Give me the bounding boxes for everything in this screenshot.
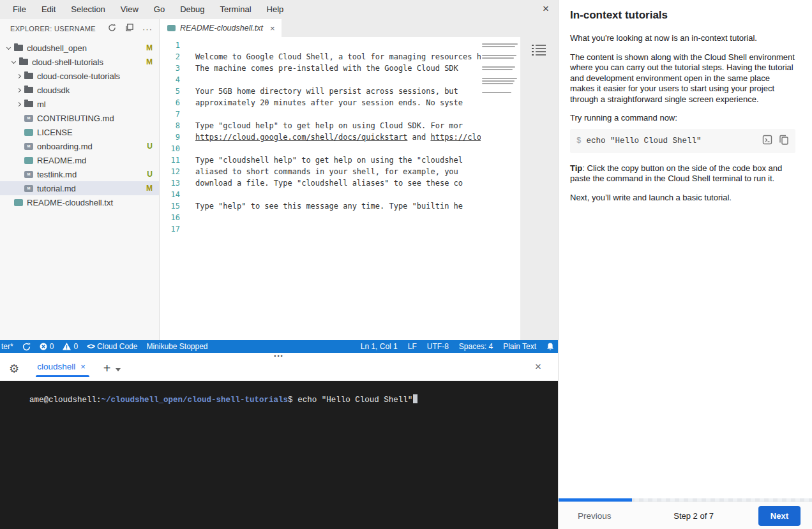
folder-icon [19,59,28,65]
cloud-code-status[interactable]: <> Cloud Code [87,342,137,351]
outline-menu-icon[interactable] [532,43,558,59]
tree-item-label: testlink.md [37,170,143,179]
menu-selection[interactable]: Selection [63,0,112,19]
menu-file[interactable]: File [5,0,34,19]
chevron-right-icon[interactable] [14,103,23,106]
tree-item-label: onboarding.md [37,142,143,151]
cloud-shell-editor: FileEditSelectionViewGoDebugTerminalHelp… [0,0,812,529]
chevron-right-icon[interactable] [14,89,23,92]
code-line: 5Your 5GB home directory will persist ac… [160,86,520,97]
terminal-settings-gear-icon[interactable]: ⚙ [9,363,19,375]
sync-icon[interactable] [22,343,31,351]
file-icon: M [24,115,33,122]
line-number: 6 [160,97,195,108]
indentation-indicator[interactable]: Spaces: 4 [459,342,493,351]
warnings-indicator[interactable]: 0 [63,342,78,351]
tree-item-readme-cloudshell-txt[interactable]: README-cloudshell.txt [0,195,159,209]
line-number: 2 [160,51,195,63]
tree-item-license[interactable]: LICENSE [0,125,159,139]
tree-item-label: cloud-shell-tutorials [32,57,142,67]
file-icon [24,157,33,164]
file-icon: M [24,185,33,192]
code-line: 7 [160,108,520,120]
errors-indicator[interactable]: 0 [40,342,54,351]
more-actions-icon[interactable]: ··· [142,24,153,34]
tree-item-tutorial-md[interactable]: Mtutorial.mdM [0,181,159,195]
eol-indicator[interactable]: LF [408,342,417,351]
tree-item-readme-md[interactable]: README.md [0,153,159,167]
tutorial-content: In-context tutorials What you're looking… [559,0,812,498]
terminal[interactable]: ame@cloudshell:~/cloudshell_open/cloud-s… [0,381,558,529]
folder-icon [14,45,23,51]
terminal-tab-close-icon[interactable]: × [80,362,86,371]
code-line: 14 [160,189,520,200]
editor-right-strip [520,37,558,340]
refresh-icon[interactable] [108,23,116,34]
chevron-down-icon[interactable] [9,61,18,63]
minikube-status[interactable]: Minikube Stopped [146,342,207,351]
tree-item-cloud-shell-tutorials[interactable]: cloud-shell-tutorialsM [0,55,159,69]
tree-item-onboarding-md[interactable]: Monboarding.mdU [0,139,159,153]
encoding-indicator[interactable]: UTF-8 [427,342,449,351]
tree-item-testlink-md[interactable]: Mtestlink.mdU [0,167,159,181]
menu-terminal[interactable]: Terminal [212,0,259,19]
line-text: aliased to short commands in your shell,… [195,166,458,177]
line-number: 16 [160,212,195,223]
terminal-dropdown-caret-icon[interactable] [116,368,121,371]
git-status-badge: U [147,170,153,179]
panel-splitter-handle[interactable]: ••• [274,354,283,359]
menu-view[interactable]: View [113,0,146,19]
terminal-panel-header: ••• ⚙ cloudshell × + × [0,353,558,381]
tree-item-label: tutorial.md [37,184,142,193]
new-terminal-button[interactable]: + [103,361,111,376]
tree-item-ml[interactable]: ml [0,97,159,111]
line-number: 1 [160,40,195,51]
tab-close-icon[interactable]: × [270,24,275,33]
next-button[interactable]: Next [758,506,801,526]
copy-icon[interactable] [779,135,789,147]
chevron-right-icon[interactable] [14,75,23,78]
error-icon [40,343,47,350]
active-tab-underline [36,375,89,377]
tree-item-cloud-console-tutorials[interactable]: cloud-console-tutorials [0,69,159,83]
menu-go[interactable]: Go [146,0,172,19]
file-icon: M [24,171,33,178]
terminal-tab-cloudshell[interactable]: cloudshell × [36,361,89,377]
file-tree: cloudshell_openMcloud-shell-tutorialsMcl… [0,38,159,209]
terminal-panel-close-icon[interactable]: × [535,361,541,373]
code-brackets-icon: <> [87,342,94,351]
menu-debug[interactable]: Debug [172,0,212,19]
window-close-icon[interactable]: × [543,3,549,15]
explorer-header: EXPLORER: USERNAME ··· [0,19,159,38]
line-number: 14 [160,189,195,200]
tree-item-cloudsdk[interactable]: cloudsdk [0,83,159,97]
previous-button[interactable]: Previous [578,511,612,521]
line-number: 13 [160,177,195,189]
notifications-bell-icon[interactable] [546,343,554,351]
minimap[interactable] [481,38,520,147]
menu-help[interactable]: Help [259,0,292,19]
editor-body[interactable]: 12Welcome to Google Cloud Shell, a tool … [160,37,558,340]
tree-item-contributing-md[interactable]: MCONTRIBUTING.md [0,111,159,125]
menu-edit[interactable]: Edit [34,0,63,19]
collapse-all-icon[interactable] [125,23,133,34]
chevron-down-icon[interactable] [4,47,13,49]
code-line: 2Welcome to Google Cloud Shell, a tool f… [160,51,520,63]
code-line: 8Type "gcloud help" to get help on using… [160,120,520,131]
git-branch[interactable]: ter* [1,342,13,351]
tree-item-cloudshell-open[interactable]: cloudshell_openM [0,41,159,55]
cursor-position[interactable]: Ln 1, Col 1 [361,342,398,351]
tutorial-paragraph: The content is shown along with the Clou… [570,52,795,105]
terminal-cursor [413,394,417,403]
code-link[interactable]: https://cloud.google.com/shell/docs/quic… [195,133,407,142]
tutorial-tip: Tip: Click the copy button on the side o… [570,163,795,184]
tab-readme-cloudshell[interactable]: README-cloudshell.txt × [160,19,282,37]
tutorial-paragraph: Next, you’ll write and launch a basic tu… [570,193,795,204]
code-editor[interactable]: 12Welcome to Google Cloud Shell, a tool … [160,37,520,340]
run-in-terminal-icon[interactable] [762,135,772,147]
language-mode[interactable]: Plain Text [503,342,536,351]
code-line: 12aliased to short commands in your shel… [160,166,520,177]
line-text: https://cloud.google.com/shell/docs/quic… [195,131,504,143]
folder-icon [24,101,33,107]
status-bar: ter* 0 0 <> Cloud Code Minikube Stopped [0,340,558,353]
